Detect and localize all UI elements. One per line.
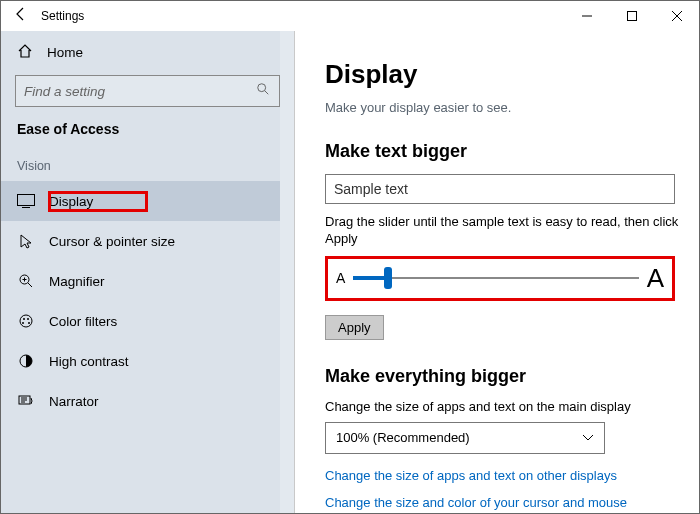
sidebar-item-cursor[interactable]: Cursor & pointer size bbox=[1, 221, 294, 261]
svg-point-4 bbox=[258, 84, 266, 92]
sidebar-item-magnifier[interactable]: Magnifier bbox=[1, 261, 294, 301]
sidebar-item-display[interactable]: Display bbox=[1, 181, 294, 221]
sidebar-item-high-contrast[interactable]: High contrast bbox=[1, 341, 294, 381]
svg-rect-6 bbox=[18, 195, 35, 206]
svg-point-15 bbox=[28, 322, 30, 324]
scaling-value: 100% (Recommended) bbox=[336, 430, 470, 445]
search-icon bbox=[255, 82, 271, 100]
sidebar: Home Ease of Access Vision Display Curso… bbox=[1, 31, 295, 514]
category-vision: Vision bbox=[1, 155, 294, 181]
sidebar-scrollbar[interactable] bbox=[280, 31, 294, 514]
svg-point-13 bbox=[23, 318, 25, 320]
text-size-slider[interactable] bbox=[353, 268, 638, 288]
svg-point-12 bbox=[20, 315, 32, 327]
title-bar: Settings bbox=[1, 1, 699, 31]
nav-label: Narrator bbox=[49, 394, 99, 409]
svg-point-16 bbox=[22, 322, 24, 324]
svg-line-5 bbox=[265, 91, 269, 95]
page-subtitle: Make your display easier to see. bbox=[325, 100, 669, 115]
maximize-button[interactable] bbox=[609, 1, 654, 31]
slider-thumb[interactable] bbox=[384, 267, 392, 289]
link-cursor-settings[interactable]: Change the size and color of your cursor… bbox=[325, 495, 669, 514]
back-button[interactable] bbox=[1, 6, 41, 26]
display-icon bbox=[17, 192, 35, 210]
search-input[interactable] bbox=[24, 84, 255, 99]
sidebar-item-narrator[interactable]: Narrator bbox=[1, 381, 294, 421]
section-make-text-bigger: Make text bigger bbox=[325, 141, 669, 162]
nav-label: Magnifier bbox=[49, 274, 105, 289]
slider-instruction: Drag the slider until the sample text is… bbox=[325, 214, 685, 248]
page-title: Display bbox=[325, 59, 669, 90]
color-filters-icon bbox=[17, 312, 35, 330]
big-a-label: A bbox=[647, 263, 664, 294]
magnifier-icon bbox=[17, 272, 35, 290]
search-box[interactable] bbox=[15, 75, 280, 107]
nav-label: Display bbox=[49, 194, 93, 209]
svg-point-14 bbox=[27, 318, 29, 320]
small-a-label: A bbox=[336, 270, 345, 286]
home-label: Home bbox=[47, 45, 83, 60]
home-nav[interactable]: Home bbox=[1, 35, 294, 69]
svg-line-9 bbox=[28, 283, 32, 287]
minimize-button[interactable] bbox=[564, 1, 609, 31]
nav-label: Cursor & pointer size bbox=[49, 234, 175, 249]
section-title: Ease of Access bbox=[1, 117, 294, 155]
link-other-displays[interactable]: Change the size of apps and text on othe… bbox=[325, 468, 669, 483]
section-make-everything-bigger: Make everything bigger bbox=[325, 366, 669, 387]
apply-button[interactable]: Apply bbox=[325, 315, 384, 340]
scaling-dropdown[interactable]: 100% (Recommended) bbox=[325, 422, 605, 454]
content-area: Display Make your display easier to see.… bbox=[295, 31, 699, 514]
svg-rect-1 bbox=[627, 12, 636, 21]
nav-label: Color filters bbox=[49, 314, 117, 329]
high-contrast-icon bbox=[17, 352, 35, 370]
close-button[interactable] bbox=[654, 1, 699, 31]
cursor-icon bbox=[17, 232, 35, 250]
home-icon bbox=[17, 43, 33, 62]
scaling-label: Change the size of apps and text on the … bbox=[325, 399, 669, 414]
app-title: Settings bbox=[41, 9, 84, 23]
chevron-down-icon bbox=[582, 430, 594, 445]
sample-text-box: Sample text bbox=[325, 174, 675, 204]
text-size-slider-container: A A bbox=[325, 256, 675, 301]
nav-label: High contrast bbox=[49, 354, 129, 369]
sidebar-item-color-filters[interactable]: Color filters bbox=[1, 301, 294, 341]
narrator-icon bbox=[17, 392, 35, 410]
